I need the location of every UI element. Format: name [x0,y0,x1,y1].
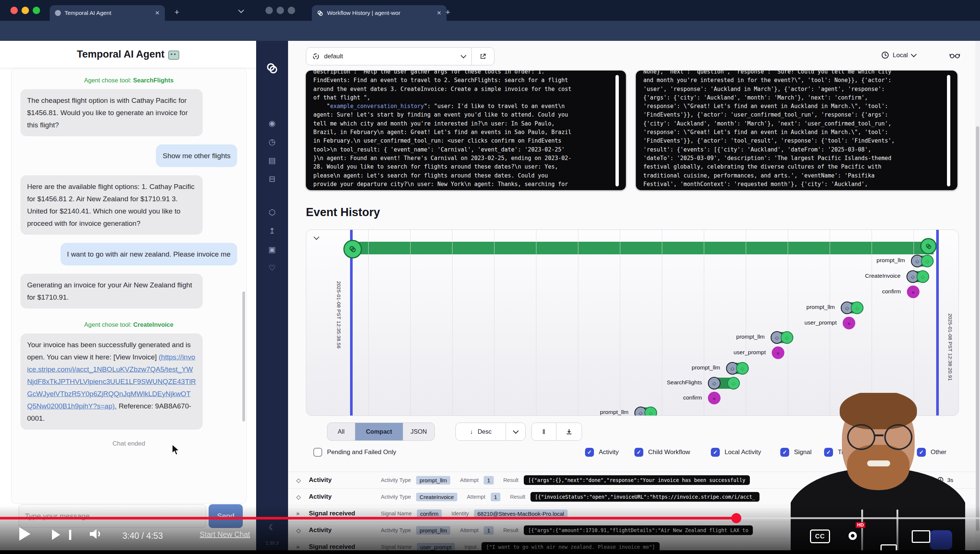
window-scrollbar[interactable] [975,41,980,554]
activity-completed-marker[interactable]: ◇ [916,270,929,283]
open-namespace-button[interactable] [471,48,494,65]
event-timeline-card: 2025-01-08 PST 12:35:38.56 2025-01-08 PS… [306,229,959,416]
video-progress-playhead[interactable] [731,513,741,523]
view-all-button[interactable]: All [328,423,355,440]
checkbox-checked-icon[interactable]: ✓ [635,448,643,457]
presenter-smile [867,460,890,466]
stack-icon[interactable]: ▤ [256,152,288,169]
checkbox-checked-icon[interactable]: ✓ [711,448,720,457]
chat-message-list[interactable]: Agent chose tool: SearchFlightsThe cheap… [11,69,246,503]
media-icon[interactable]: ▣ [256,241,288,258]
timeline-event-label: CreateInvoice [306,272,900,279]
agent-message-bubble: Here are the available flight options: 1… [21,175,203,235]
signal-marker[interactable]: » [772,346,784,359]
scrollbar-thumb[interactable] [976,126,979,531]
expand-diamond-icon[interactable]: ◇ [296,477,309,484]
code-line: in February.\n user_confirmed_tool_run: … [313,137,619,145]
download-button[interactable] [556,423,582,440]
left-toolbar: ← → ⟳ i localhost:5173 ☆ C⋮ ⧉ ⋮ [0,21,256,41]
zoom-window-button[interactable] [33,7,40,14]
video-progress-played[interactable] [0,517,736,519]
workflow-result-code-panel[interactable]: None}, 'next': 'question', 'response': "… [636,70,957,190]
code-line: tool>\n tool_result: { 'event_name': 'Ca… [313,146,619,154]
labs-icon[interactable]: ⬡ [256,204,288,221]
view-json-button[interactable]: JSON [403,423,434,440]
expand-diamond-icon[interactable]: ◇ [296,494,309,500]
tab-search-icon[interactable] [239,7,243,14]
hd-badge: HD [856,522,865,528]
code-line: around the event dates 3. CreateInvoice:… [313,85,619,94]
signal-marker[interactable]: » [907,285,920,298]
close-tab-icon[interactable]: ✕ [436,10,441,16]
close-window-button[interactable] [10,7,18,14]
field-value-chip: CreateInvoice [416,493,457,501]
close-window-button[interactable] [266,7,273,14]
start-new-chat-link[interactable]: Start New Chat [200,530,250,539]
activity-completed-marker[interactable]: ◇ [921,255,934,267]
feedback-icon[interactable]: ♡ [256,260,288,276]
view-compact-button[interactable]: Compact [355,423,403,440]
code-panel-scrollbar[interactable] [947,75,950,186]
chevron-down-icon [911,52,916,57]
activity-scheduled-marker[interactable]: ◇ [708,377,721,390]
video-progress-remaining[interactable] [736,517,980,519]
workflow-input-code-panel[interactable]: description": "Help the user gather args… [306,70,626,190]
play-button[interactable] [19,527,30,541]
pending-failed-filter[interactable]: Pending and Failed Only [313,448,396,457]
presenter-hair [840,393,917,429]
sort-desc-button[interactable]: ↓ Desc [456,423,506,440]
checkbox-checked-icon[interactable]: ✓ [585,448,594,457]
activity-completed-marker[interactable]: ◇ [851,301,864,314]
sort-chevron-button[interactable] [506,423,525,440]
archival-icon[interactable]: ⊟ [256,171,288,187]
captions-button[interactable]: CC [810,530,830,543]
invoice-link[interactable]: (https://invoice.stripe.com/i/acct_1NBOL… [27,353,196,410]
new-tab-button[interactable]: + [445,8,450,17]
import-icon[interactable]: ↥ [256,223,288,239]
next-button[interactable] [52,530,60,540]
settings-gear-icon[interactable] [846,529,860,543]
activity-completed-marker[interactable]: ◇ [736,362,749,375]
minimize-window-button[interactable] [277,7,284,14]
tab-workflow-history[interactable]: Workflow History | agent-wor ✕ [312,5,447,21]
code-line: 'response': \"Great! Let's find an event… [643,102,950,111]
new-tab-button[interactable]: + [175,8,179,17]
labs-glasses-icon[interactable] [950,51,960,61]
zoom-window-button[interactable] [288,7,295,14]
field-key: Activity Type [381,494,411,500]
close-tab-icon[interactable]: ✕ [155,10,160,16]
activity-completed-marker[interactable]: ◇ [781,331,793,344]
tab-temporal-ai-agent[interactable]: Temporal AI Agent ✕ [50,5,165,21]
chat-scrollbar[interactable] [242,291,245,422]
tab-title: Temporal AI Agent [65,10,111,16]
message-row: The cheapest flight option is with Catha… [21,89,237,145]
checkbox-checked-icon[interactable]: ✓ [780,448,789,457]
code-line: FindEvents: Find an event to travel to 2… [313,76,619,84]
volume-icon[interactable] [88,527,103,542]
pause-button[interactable]: ‖ [531,423,556,440]
schedules-icon[interactable]: ◷ [256,134,288,150]
filter-checkbox-child-workflow[interactable]: ✓Child Workflow [635,448,690,457]
event-type-label: Activity [309,476,371,484]
temporal-logo-icon[interactable] [256,60,288,76]
timeline-event-label: confirm [306,288,901,295]
filter-checkbox-local-activity[interactable]: ✓Local Activity [711,448,761,457]
workflows-icon[interactable]: ◉ [256,115,288,131]
filter-checkbox-activity[interactable]: ✓Activity [585,448,619,457]
code-line: tell me which city and month you're inte… [313,119,619,128]
code-panel-scrollbar[interactable] [616,75,619,186]
namespace-selector[interactable]: default [306,47,495,65]
result-code-chip: [{"args":{},"next":"done","response":"Yo… [524,475,750,485]
signal-marker[interactable]: » [843,317,855,330]
checkbox-unchecked-icon[interactable] [313,448,322,457]
timezone-selector[interactable]: Local [881,51,916,59]
activity-completed-marker[interactable]: ◇ [644,407,657,416]
minimize-window-button[interactable] [22,7,29,14]
tool-choice-note: Agent chose tool: SearchFlights [21,77,237,84]
signal-marker[interactable]: » [708,392,721,404]
code-line: of that flight ", [313,94,619,102]
video-bottom-edge [0,550,980,554]
theater-mode-button[interactable] [912,530,930,543]
app-header: Temporal AI Agent [0,41,256,68]
activity-completed-marker[interactable]: ◇ [727,377,740,390]
